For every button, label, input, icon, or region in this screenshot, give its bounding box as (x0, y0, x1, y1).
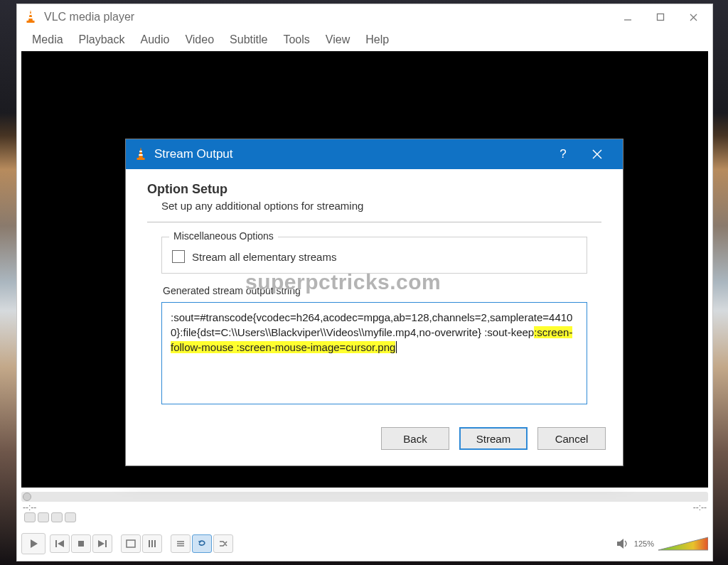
seek-slider[interactable] (21, 492, 708, 502)
vlc-cone-icon (24, 9, 37, 25)
svg-rect-9 (55, 540, 57, 547)
menu-media[interactable]: Media (24, 31, 71, 49)
ab-loop-toggle-icon[interactable] (65, 512, 76, 522)
svg-marker-8 (31, 539, 38, 548)
stream-output-dialog: Stream Output ? Option Setup Set up any … (125, 139, 623, 466)
dialog-subheader: Set up any additional options for stream… (161, 200, 601, 212)
seek-knob-icon[interactable] (23, 493, 31, 501)
svg-rect-27 (139, 154, 142, 156)
stream-all-label: Stream all elementary streams (192, 251, 336, 263)
svg-rect-11 (78, 541, 84, 547)
menu-subtitle[interactable]: Subtitle (222, 31, 275, 49)
svg-rect-15 (149, 540, 150, 547)
menu-view[interactable]: View (318, 31, 358, 49)
menu-audio[interactable]: Audio (133, 31, 178, 49)
divider (147, 222, 601, 222)
menu-playback[interactable]: Playback (71, 31, 133, 49)
svg-rect-14 (127, 540, 135, 547)
vlc-titlebar[interactable]: VLC media player (17, 4, 712, 30)
misc-options-group: Miscellaneous Options Stream all element… (161, 237, 587, 274)
mini-toolbar (17, 512, 712, 527)
record-toggle-icon[interactable] (38, 512, 49, 522)
menu-help[interactable]: Help (358, 31, 397, 49)
svg-marker-10 (58, 540, 64, 547)
svg-rect-3 (27, 21, 35, 23)
vlc-menubar: Media Playback Audio Video Subtitle Tool… (17, 30, 712, 50)
svg-rect-26 (139, 151, 142, 152)
playlist-button[interactable] (171, 534, 191, 553)
play-button[interactable] (21, 533, 46, 554)
close-button[interactable] (677, 6, 710, 28)
svg-rect-2 (28, 17, 32, 18)
vlc-title: VLC media player (44, 11, 134, 23)
svg-marker-22 (617, 539, 623, 549)
stop-button[interactable] (71, 534, 91, 553)
svg-rect-16 (151, 540, 153, 547)
playback-controls: 125% (17, 527, 712, 561)
loop-button[interactable] (192, 534, 212, 553)
menu-video[interactable]: Video (177, 31, 222, 49)
generated-string-plain: :sout=#transcode{vcodec=h264,acodec=mpga… (171, 311, 572, 338)
volume-slider[interactable] (658, 536, 708, 551)
generated-string-textarea[interactable]: :sout=#transcode{vcodec=h264,acodec=mpga… (161, 302, 587, 404)
snapshot-toggle-icon[interactable] (51, 512, 63, 522)
svg-rect-5 (658, 14, 664, 21)
text-caret-icon (396, 341, 397, 353)
svg-rect-28 (137, 158, 145, 160)
fullscreen-button[interactable] (121, 534, 141, 553)
next-button[interactable] (92, 534, 112, 553)
svg-rect-17 (154, 540, 156, 547)
cancel-button[interactable]: Cancel (537, 427, 606, 450)
dialog-close-button[interactable] (580, 139, 614, 169)
volume-label: 125% (634, 539, 654, 548)
svg-marker-12 (98, 540, 105, 547)
generated-string-label: Generated stream output string (163, 285, 587, 296)
time-total: --:-- (693, 502, 707, 512)
dialog-help-button[interactable]: ? (546, 139, 580, 169)
minimize-button[interactable] (611, 6, 644, 28)
shuffle-button[interactable] (213, 534, 233, 553)
svg-rect-13 (105, 540, 107, 547)
time-current: --:-- (23, 502, 36, 512)
dock-toggle-icon[interactable] (24, 512, 36, 522)
misc-options-legend: Miscellaneous Options (169, 230, 278, 242)
svg-marker-25 (139, 147, 143, 158)
menu-tools[interactable]: Tools (275, 31, 317, 49)
maximize-button[interactable] (644, 6, 677, 28)
svg-rect-1 (29, 14, 32, 15)
stream-all-checkbox[interactable] (172, 250, 185, 263)
extended-settings-button[interactable] (142, 534, 162, 553)
dialog-titlebar[interactable]: Stream Output ? (126, 139, 623, 169)
svg-marker-0 (28, 10, 33, 21)
dialog-title: Stream Output (154, 147, 233, 161)
vlc-cone-icon (134, 146, 147, 162)
dialog-header: Option Setup (147, 182, 601, 197)
back-button[interactable]: Back (381, 427, 449, 450)
prev-button[interactable] (50, 534, 70, 553)
speaker-icon[interactable] (616, 537, 630, 550)
stream-button[interactable]: Stream (459, 427, 528, 450)
